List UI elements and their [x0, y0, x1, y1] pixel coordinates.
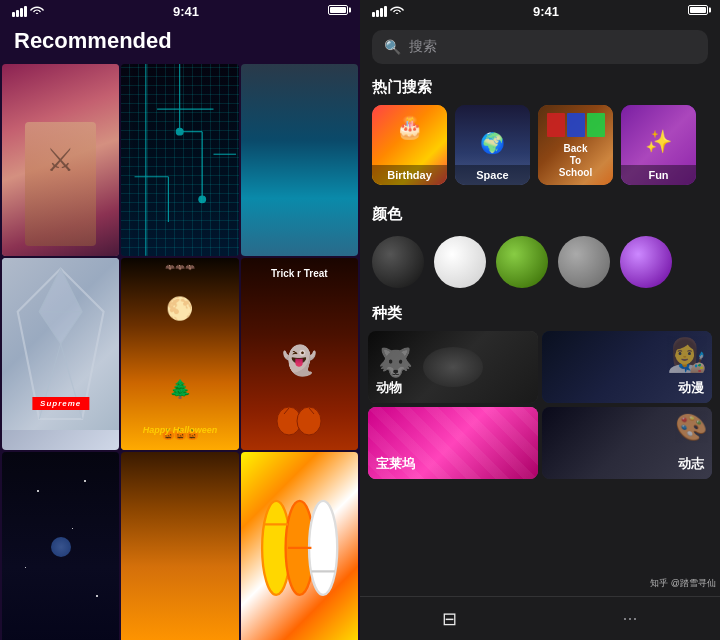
grid-item-trick-treat[interactable]: Trick r Treat 👻 — [241, 258, 358, 450]
left-wifi-icon — [30, 5, 44, 17]
grid-item-ocean[interactable] — [241, 64, 358, 256]
hot-search-birthday[interactable]: 🎂 Birthday — [372, 105, 447, 185]
category-logo[interactable]: 🎨 动志 — [542, 407, 712, 479]
hot-search-list: 🎂 Birthday 🌍 Space Back ToSchool ✨ Fun — [360, 105, 720, 195]
left-status-bar: 9:41 — [0, 0, 360, 22]
right-bottom-bar: ⊟ ··· — [360, 596, 720, 640]
category-grid: 🐺 动物 👩‍🎨 动漫 宝莱坞 🎨 — [360, 331, 720, 479]
left-time: 9:41 — [44, 4, 328, 19]
hot-search-space[interactable]: 🌍 Space — [455, 105, 530, 185]
left-battery-icon — [328, 5, 348, 17]
search-bar-container: 🔍 搜索 — [360, 22, 720, 72]
page-title: Recommended — [14, 28, 172, 53]
svg-point-21 — [309, 500, 337, 594]
color-white[interactable] — [434, 236, 486, 288]
search-magnify-icon: 🔍 — [384, 39, 401, 55]
grid-item-circuit[interactable] — [121, 64, 238, 256]
halloween-text: Happy Halloween — [121, 425, 238, 435]
color-black[interactable] — [372, 236, 424, 288]
right-status-bar: 9:41 — [360, 0, 720, 22]
right-time: 9:41 — [404, 4, 688, 19]
fun-label: Fun — [621, 165, 696, 185]
svg-point-6 — [199, 196, 206, 203]
grid-item-space[interactable] — [2, 452, 119, 641]
categories-title: 种类 — [360, 298, 720, 331]
left-panel: 9:41 Recommended — [0, 0, 360, 640]
right-more-icon: ··· — [622, 608, 637, 629]
grid-item-warrior[interactable] — [2, 64, 119, 256]
color-purple[interactable] — [620, 236, 672, 288]
back-to-school-label: Back ToSchool — [557, 143, 595, 179]
category-section: 种类 🐺 动物 👩‍🎨 动漫 — [360, 298, 720, 596]
trick-treat-text: Trick r Treat — [241, 268, 358, 279]
left-signal-icon — [12, 6, 27, 17]
right-panel: 9:41 🔍 搜索 热门搜索 🎂 Birthday 🌍 Space — [360, 0, 720, 640]
right-home-icon[interactable]: ⊟ — [442, 608, 457, 630]
wallpaper-grid: Supreme 🌕 🦇🦇🦇 🌲 🎃🎃🎃 Happy Halloween Tric… — [0, 64, 360, 640]
grid-item-candy[interactable] — [241, 452, 358, 641]
grid-item-autumn[interactable] — [121, 452, 238, 641]
svg-marker-11 — [39, 268, 82, 343]
right-signal-icon — [372, 6, 387, 17]
right-battery-icon — [688, 5, 708, 17]
category-anime[interactable]: 👩‍🎨 动漫 — [542, 331, 712, 403]
grid-item-halloween[interactable]: 🌕 🦇🦇🦇 🌲 🎃🎃🎃 Happy Halloween — [121, 258, 238, 450]
animals-label: 动物 — [376, 379, 402, 397]
colors-title: 颜色 — [360, 199, 720, 232]
svg-point-5 — [177, 128, 184, 135]
color-list — [360, 232, 720, 292]
right-wifi-icon — [390, 5, 404, 17]
color-section: 颜色 — [360, 195, 720, 298]
anime-label: 动漫 — [678, 379, 704, 397]
bollywood-label: 宝莱坞 — [376, 455, 415, 473]
hot-search-title: 热门搜索 — [360, 72, 720, 105]
space-label: Space — [455, 165, 530, 185]
hot-search-fun[interactable]: ✨ Fun — [621, 105, 696, 185]
category-bollywood[interactable]: 宝莱坞 — [368, 407, 538, 479]
search-bar[interactable]: 🔍 搜索 — [372, 30, 708, 64]
grid-item-diamond[interactable]: Supreme — [2, 258, 119, 450]
birthday-label: Birthday — [372, 165, 447, 185]
logo-label: 动志 — [678, 455, 704, 473]
svg-point-16 — [297, 407, 321, 435]
search-placeholder-text: 搜索 — [409, 38, 437, 56]
left-header: Recommended — [0, 22, 360, 64]
color-gray[interactable] — [558, 236, 610, 288]
color-green[interactable] — [496, 236, 548, 288]
hot-search-back-to-school[interactable]: Back ToSchool — [538, 105, 613, 185]
category-animals[interactable]: 🐺 动物 — [368, 331, 538, 403]
